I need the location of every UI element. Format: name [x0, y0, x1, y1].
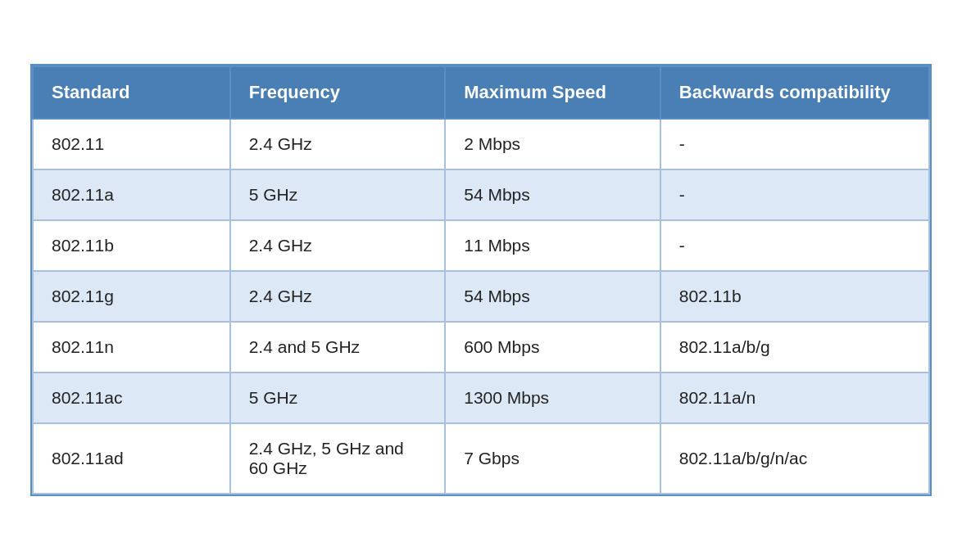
cell-max-speed: 2 Mbps	[445, 119, 660, 169]
cell-max-speed: 7 Gbps	[445, 423, 660, 494]
wifi-standards-table: Standard Frequency Maximum Speed Backwar…	[30, 64, 932, 496]
cell-frequency: 5 GHz	[230, 169, 446, 220]
cell-standard: 802.11	[33, 119, 230, 169]
header-max-speed: Maximum Speed	[445, 66, 660, 119]
cell-max-speed: 54 Mbps	[445, 271, 660, 322]
table-row: 802.11ac5 GHz1300 Mbps802.11a/n	[33, 373, 929, 423]
cell-max-speed: 600 Mbps	[445, 322, 660, 373]
table-row: 802.112.4 GHz2 Mbps-	[33, 119, 929, 169]
cell-backwards: -	[660, 119, 929, 169]
cell-backwards: -	[660, 220, 929, 271]
table-row: 802.11g2.4 GHz54 Mbps802.11b	[33, 271, 929, 322]
cell-frequency: 2.4 and 5 GHz	[230, 322, 446, 373]
table-header-row: Standard Frequency Maximum Speed Backwar…	[33, 66, 929, 119]
cell-backwards: 802.11a/b/g/n/ac	[660, 423, 929, 494]
cell-standard: 802.11ac	[33, 373, 230, 423]
cell-backwards: 802.11a/b/g	[660, 322, 929, 373]
header-backwards: Backwards compatibility	[660, 66, 929, 119]
table-row: 802.11ad2.4 GHz, 5 GHz and 60 GHz7 Gbps8…	[33, 423, 929, 494]
cell-frequency: 2.4 GHz	[230, 119, 446, 169]
header-frequency: Frequency	[230, 66, 446, 119]
cell-standard: 802.11ad	[33, 423, 230, 494]
cell-max-speed: 11 Mbps	[445, 220, 660, 271]
cell-frequency: 2.4 GHz	[230, 271, 446, 322]
table-row: 802.11b2.4 GHz11 Mbps-	[33, 220, 929, 271]
cell-frequency: 2.4 GHz	[230, 220, 446, 271]
cell-standard: 802.11b	[33, 220, 230, 271]
cell-backwards: 802.11b	[660, 271, 929, 322]
cell-max-speed: 1300 Mbps	[445, 373, 660, 423]
cell-backwards: -	[660, 169, 929, 220]
cell-backwards: 802.11a/n	[660, 373, 929, 423]
header-standard: Standard	[33, 66, 230, 119]
cell-max-speed: 54 Mbps	[445, 169, 660, 220]
cell-standard: 802.11g	[33, 271, 230, 322]
cell-frequency: 2.4 GHz, 5 GHz and 60 GHz	[230, 423, 446, 494]
table-row: 802.11n2.4 and 5 GHz600 Mbps802.11a/b/g	[33, 322, 929, 373]
cell-frequency: 5 GHz	[230, 373, 446, 423]
cell-standard: 802.11n	[33, 322, 230, 373]
cell-standard: 802.11a	[33, 169, 230, 220]
table-row: 802.11a5 GHz54 Mbps-	[33, 169, 929, 220]
